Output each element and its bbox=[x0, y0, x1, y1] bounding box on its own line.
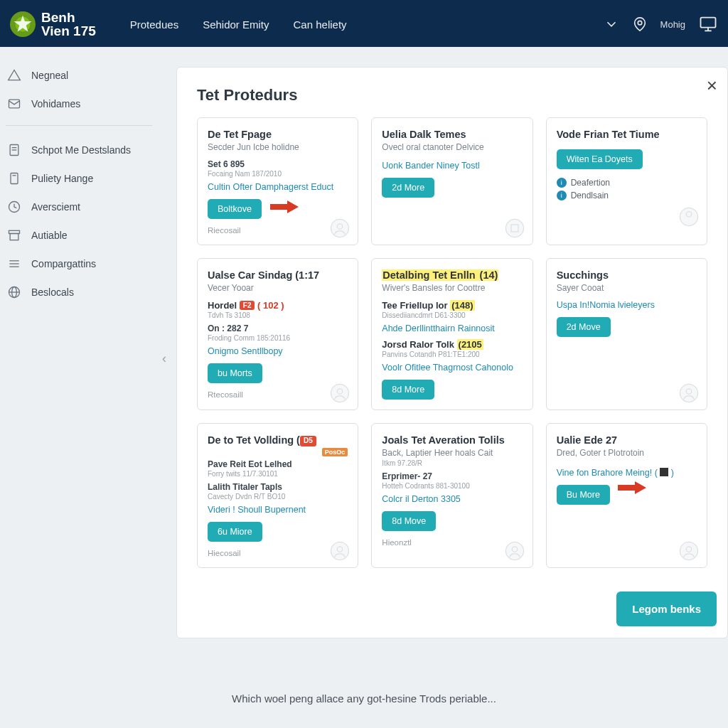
card-footer: Riecosail bbox=[208, 226, 348, 235]
card-mini: Cavecty Dvdn R/T BO10 bbox=[208, 493, 348, 500]
svg-rect-1 bbox=[701, 18, 716, 28]
svg-rect-4 bbox=[9, 100, 20, 108]
mail-icon bbox=[7, 97, 21, 111]
card-line: Tee Friellup lor (148) bbox=[382, 300, 522, 311]
header-right: Mohig bbox=[604, 14, 718, 34]
sidebar-item-label: Negneal bbox=[31, 70, 68, 81]
card-button[interactable]: 8d More bbox=[382, 380, 434, 400]
card-subtitle: Back, Laptier Heer hoals Cait bbox=[382, 448, 522, 458]
card-2: Vode Frian Tet Tiume Witen Ea Doyets iDe… bbox=[546, 117, 707, 245]
badge: F2 bbox=[240, 301, 255, 310]
card-title: Uelia Dalk Temes bbox=[382, 128, 522, 141]
brand[interactable]: Benh Vien 175 bbox=[10, 11, 96, 38]
sidebar-item-label: Autiable bbox=[31, 230, 68, 241]
procedures-panel: × Tet Protedurs De Tet Fpage Secder Jun … bbox=[176, 67, 728, 638]
sidebar-item-2[interactable]: Schpot Me Destslands bbox=[0, 136, 158, 164]
info-icon: i bbox=[557, 191, 567, 200]
card-link[interactable]: Uspa In!Nomia lvieleyers bbox=[557, 300, 697, 310]
sidebar-item-6[interactable]: Compargattins bbox=[0, 250, 158, 278]
sidebar-item-3[interactable]: Puliety Hange bbox=[0, 164, 158, 193]
card-link[interactable]: Voolr Ofitlee Thagrnost Cahonolo bbox=[382, 363, 522, 373]
card-subtitle: Dred, Goter t Plotrotoin bbox=[557, 448, 697, 458]
card-link[interactable]: Onigmo Sentllbopy bbox=[208, 346, 348, 356]
card-mini: Focaing Nam 187/2010 bbox=[208, 170, 348, 178]
card-button[interactable]: 2d Move bbox=[557, 317, 611, 337]
card-subtitle: Vecer Yooar bbox=[208, 283, 348, 293]
card-button[interactable]: 6u Miore bbox=[208, 522, 262, 542]
primary-action-button[interactable]: Legom benks bbox=[616, 592, 717, 626]
sidebar-item-0[interactable]: Negneal bbox=[0, 61, 158, 90]
card-4: Detalbing Tet Enlln (14) Wiver's Bansles… bbox=[371, 258, 532, 410]
card-button[interactable]: Bu More bbox=[557, 485, 610, 505]
card-button[interactable]: 2d More bbox=[382, 178, 434, 198]
card-link[interactable]: Cultin Ofter Damphagerst Educt bbox=[208, 182, 348, 192]
card-link[interactable]: Vine fon Brahore Meing! ( ) bbox=[557, 468, 697, 478]
clock-icon bbox=[7, 200, 21, 214]
location-icon[interactable] bbox=[632, 16, 648, 32]
card-title: Ualie Ede 27 bbox=[557, 434, 697, 446]
stamp-icon bbox=[678, 382, 700, 404]
nav-item-1[interactable]: Sehidor Emity bbox=[203, 18, 269, 31]
card-5: Succhings Sayer Cooat Uspa In!Nomia lvie… bbox=[546, 258, 707, 410]
card-0: De Tet Fpage Secder Jun Icbe holidne Set… bbox=[197, 117, 358, 245]
svg-point-0 bbox=[638, 21, 642, 25]
stamp-icon bbox=[678, 206, 700, 228]
sidebar-collapse-handle[interactable]: ‹ bbox=[162, 351, 166, 366]
stamp-icon bbox=[329, 218, 350, 239]
svg-rect-8 bbox=[11, 173, 18, 184]
sidebar-item-1[interactable]: Vohidames bbox=[0, 90, 158, 118]
card-line: Erprimer- 27 bbox=[382, 471, 522, 481]
card-link[interactable]: Colcr il Derton 3305 bbox=[382, 494, 522, 504]
close-icon[interactable]: × bbox=[707, 75, 717, 97]
info-icon: i bbox=[557, 178, 567, 188]
card-link[interactable]: Uonk Bander Niney Tostl bbox=[382, 161, 522, 171]
sidebar-item-label: Puliety Hange bbox=[31, 173, 93, 184]
card-mini: Itkm 97.28/R bbox=[382, 459, 522, 467]
card-button[interactable]: bu Morts bbox=[208, 363, 262, 383]
arrow-right-icon bbox=[270, 200, 299, 213]
sidebar-item-label: Compargattins bbox=[31, 258, 96, 269]
archive-icon bbox=[7, 228, 21, 242]
svg-point-27 bbox=[338, 389, 343, 395]
badge: D5 bbox=[300, 436, 316, 446]
svg-rect-23 bbox=[511, 225, 518, 232]
svg-point-29 bbox=[686, 389, 692, 395]
bullet-row: iDeafertion bbox=[557, 178, 697, 188]
card-button[interactable]: Witen Ea Doyets bbox=[557, 149, 643, 169]
card-mini: Froding Comm 185:20116 bbox=[208, 334, 348, 342]
sidebar-item-label: Beslocals bbox=[31, 287, 74, 298]
nav-item-0[interactable]: Protedues bbox=[130, 18, 178, 31]
card-button[interactable]: Boltkove bbox=[208, 199, 262, 219]
card-line: Pave Reit Eot Lelhed bbox=[208, 459, 348, 469]
card-line: Lalith Titaler Tapls bbox=[208, 482, 348, 492]
card-title: Detalbing Tet Enlln (14) bbox=[382, 269, 522, 282]
sidebar-item-5[interactable]: Autiable bbox=[0, 221, 158, 250]
card-link[interactable]: Videri ! Shoull Bupernent bbox=[208, 505, 348, 515]
card-3: Ualse Car Sindag (1:17 Vecer Yooar Horde… bbox=[197, 258, 358, 410]
device-icon[interactable] bbox=[698, 14, 718, 34]
sidebar-item-label: Vohidames bbox=[31, 98, 80, 109]
card-mini: Forry twits 11/7.30101 bbox=[208, 470, 348, 478]
brand-line2: Vien 175 bbox=[41, 24, 96, 38]
list-icon bbox=[7, 257, 21, 271]
stamp-icon bbox=[678, 540, 700, 562]
sidebar: Negneal Vohidames Schpot Me Destslands P… bbox=[0, 47, 158, 728]
card-subtitle: Wiver's Bansles for Coottre bbox=[382, 283, 522, 293]
card-title: Succhings bbox=[557, 269, 697, 282]
svg-point-36 bbox=[686, 547, 692, 552]
page-icon bbox=[7, 171, 21, 186]
stamp-icon bbox=[329, 540, 350, 562]
bullet-row: iDendlsain bbox=[557, 191, 697, 200]
sidebar-item-4[interactable]: Aversciemt bbox=[0, 193, 158, 221]
card-button[interactable]: 8d Move bbox=[382, 511, 436, 531]
chevron-down-icon[interactable] bbox=[604, 16, 619, 32]
card-footer: Hieonztl bbox=[382, 538, 522, 547]
sidebar-item-label: Aversciemt bbox=[31, 201, 80, 213]
globe-icon bbox=[7, 285, 21, 299]
card-link[interactable]: Ahde Derllintthairn Rainnosit bbox=[382, 323, 522, 333]
card-title: De Tet Fpage bbox=[208, 128, 348, 141]
logo-icon bbox=[10, 11, 36, 37]
sidebar-item-7[interactable]: Beslocals bbox=[0, 278, 158, 306]
sidebar-item-label: Schpot Me Destslands bbox=[31, 144, 131, 156]
nav-item-2[interactable]: Can heliety bbox=[294, 18, 347, 31]
